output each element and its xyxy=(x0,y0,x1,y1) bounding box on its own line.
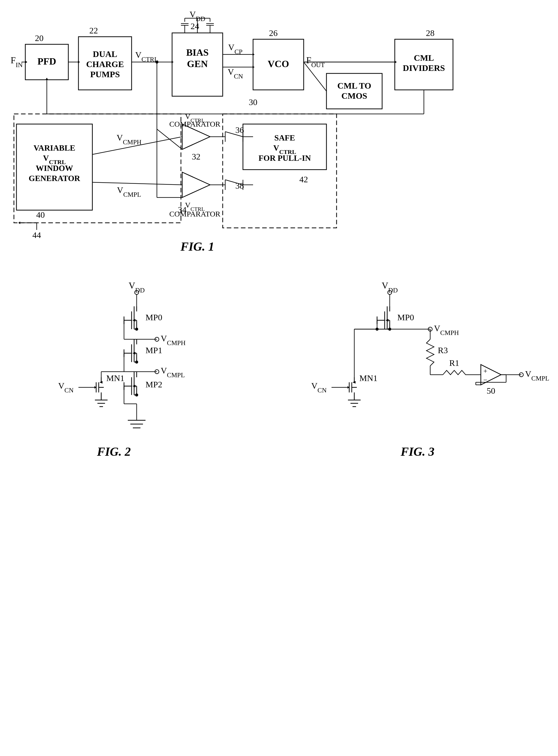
svg-text:FIG. 1: FIG. 1 xyxy=(180,240,214,253)
svg-marker-41 xyxy=(78,61,80,63)
svg-text:30: 30 xyxy=(249,97,257,107)
svg-text:FOR PULL-IN: FOR PULL-IN xyxy=(258,153,311,163)
svg-text:PUMPS: PUMPS xyxy=(90,70,120,79)
svg-marker-50 xyxy=(253,66,255,68)
svg-text:32: 32 xyxy=(192,152,200,161)
svg-text:20: 20 xyxy=(35,33,44,43)
svg-text:CHARGE: CHARGE xyxy=(86,59,124,69)
svg-text:VCMPH: VCMPH xyxy=(434,323,459,337)
svg-text:GENERATOR: GENERATOR xyxy=(29,174,80,183)
svg-text:VCTRL: VCTRL xyxy=(135,50,158,63)
svg-marker-47 xyxy=(253,53,255,56)
svg-text:22: 22 xyxy=(89,26,98,35)
svg-text:VCMPL: VCMPL xyxy=(117,185,141,198)
svg-text:28: 28 xyxy=(426,28,434,38)
svg-text:MP0: MP0 xyxy=(146,313,162,322)
svg-text:R1: R1 xyxy=(449,358,459,368)
svg-text:40: 40 xyxy=(36,210,45,220)
svg-text:MP1: MP1 xyxy=(146,346,162,355)
svg-text:VCN: VCN xyxy=(58,381,74,394)
svg-text:FIN: FIN xyxy=(10,55,23,69)
svg-text:COMPARATOR: COMPARATOR xyxy=(169,120,221,128)
svg-text:WINDOW: WINDOW xyxy=(36,164,73,173)
svg-marker-43 xyxy=(172,61,174,63)
svg-point-120 xyxy=(135,327,138,331)
svg-text:VCO: VCO xyxy=(268,58,289,69)
svg-text:+: + xyxy=(483,367,487,375)
svg-text:VDD: VDD xyxy=(129,281,145,294)
svg-text:VCMPH: VCMPH xyxy=(117,133,142,146)
svg-text:MP2: MP2 xyxy=(146,380,162,389)
svg-text:DIVIDERS: DIVIDERS xyxy=(403,63,445,73)
svg-text:VCMPH: VCMPH xyxy=(161,334,185,347)
svg-marker-35 xyxy=(25,61,27,63)
svg-text:GEN: GEN xyxy=(187,58,208,69)
svg-text:SAFE: SAFE xyxy=(274,133,295,142)
svg-line-94 xyxy=(92,182,182,185)
svg-text:MN1: MN1 xyxy=(359,373,378,383)
svg-rect-68 xyxy=(243,124,326,170)
svg-text:R3: R3 xyxy=(438,346,448,355)
svg-point-154 xyxy=(135,393,138,396)
svg-text:VARIABLE: VARIABLE xyxy=(34,143,75,152)
svg-text:42: 42 xyxy=(299,175,308,184)
svg-text:CML: CML xyxy=(414,53,434,63)
svg-text:VCMPL: VCMPL xyxy=(525,369,549,382)
svg-text:50: 50 xyxy=(487,386,495,395)
svg-text:−: − xyxy=(483,376,487,384)
svg-text:24: 24 xyxy=(191,22,199,31)
svg-text:44: 44 xyxy=(32,230,41,240)
svg-text:FIG. 3: FIG. 3 xyxy=(400,445,434,458)
schematic-svg: PFD 20 DUAL CHARGE PUMPS 22 BIAS GEN 24 … xyxy=(0,0,558,756)
svg-text:COMPARATOR: COMPARATOR xyxy=(169,210,221,218)
svg-text:26: 26 xyxy=(269,28,278,38)
svg-text:VCN: VCN xyxy=(311,381,327,394)
svg-text:CMOS: CMOS xyxy=(341,91,367,100)
svg-text:VDD: VDD xyxy=(382,281,398,294)
svg-text:DUAL: DUAL xyxy=(93,49,117,59)
svg-point-137 xyxy=(135,361,138,364)
svg-marker-102 xyxy=(18,222,20,224)
svg-text:VCMPL: VCMPL xyxy=(161,366,185,379)
svg-text:BIAS: BIAS xyxy=(186,47,209,58)
svg-text:CML TO: CML TO xyxy=(337,81,371,90)
svg-marker-39 xyxy=(395,61,397,63)
svg-text:MP0: MP0 xyxy=(397,313,414,322)
svg-text:PFD: PFD xyxy=(37,56,56,67)
svg-marker-56 xyxy=(46,78,48,80)
svg-marker-63 xyxy=(182,172,210,197)
svg-line-96 xyxy=(157,129,182,149)
svg-text:FIG. 2: FIG. 2 xyxy=(97,445,131,458)
svg-text:MN1: MN1 xyxy=(106,373,125,383)
page: PFD 20 DUAL CHARGE PUMPS 22 BIAS GEN 24 … xyxy=(0,0,558,756)
svg-text:VCP: VCP xyxy=(228,43,243,55)
svg-text:VCN: VCN xyxy=(228,67,243,80)
